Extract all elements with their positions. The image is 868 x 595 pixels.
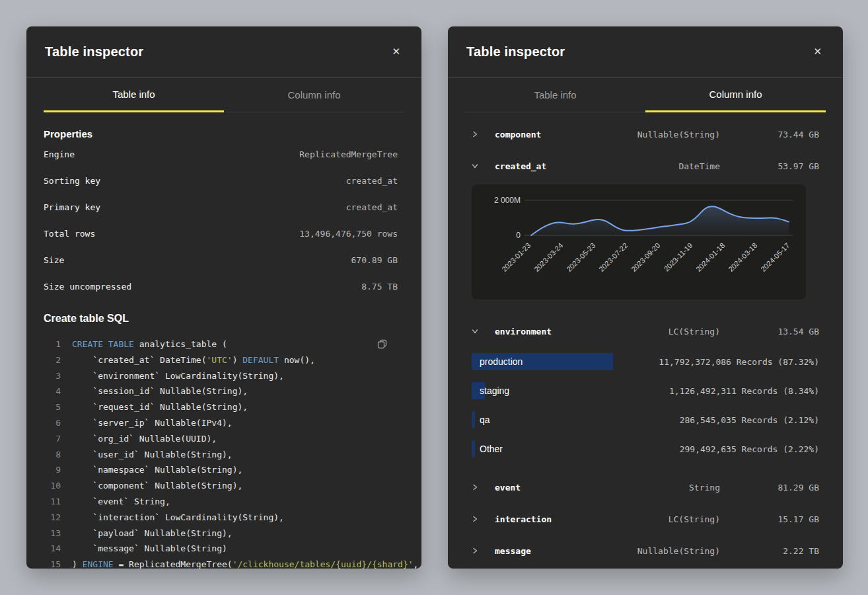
tab-bar: Table info Column info xyxy=(44,78,404,112)
code-text: `user_id` Nullable(String), xyxy=(72,447,233,463)
sql-code-line: 6 `server_ip` Nullable(IPv4), xyxy=(44,415,398,431)
tab-table-info[interactable]: Table info xyxy=(44,78,224,112)
line-number: 11 xyxy=(44,494,61,510)
sql-token-pl: analytics_table ( xyxy=(134,339,227,349)
column-name: component xyxy=(495,130,595,139)
code-text: `org_id` Nullable(UUID), xyxy=(72,431,217,447)
line-number: 13 xyxy=(44,526,61,541)
value-record-count: 11,792,372,086 Records (87.32%) xyxy=(659,357,819,367)
property-row: Size 670.89 GB xyxy=(44,247,398,273)
property-label: Total rows xyxy=(44,229,95,239)
property-row: Sorting key created_at xyxy=(44,167,398,194)
table-inspector-dialog-table-info: Table inspector ✕ Table info Column info… xyxy=(26,26,421,569)
sql-token-pl: `namespace` Nullable(String), xyxy=(72,465,242,475)
column-row-environment[interactable]: environment LC(String) 13.54 GB xyxy=(465,315,819,347)
sql-code-line: 10 `component` Nullable(String), xyxy=(44,478,398,494)
property-label: Size uncompressed xyxy=(44,282,131,292)
line-number: 3 xyxy=(44,368,61,384)
code-text: `interaction` LowCardinality(String), xyxy=(72,510,284,526)
chevron-down-icon xyxy=(472,327,478,335)
sql-token-pl: ) xyxy=(72,559,83,569)
column-type: Nullable(String) xyxy=(595,130,720,139)
code-text: `payload` Nullable(String), xyxy=(72,526,233,541)
column-row-event[interactable]: event String 81.29 GB xyxy=(465,471,819,503)
property-label: Sorting key xyxy=(44,176,100,186)
sql-token-kw: CREATE TABLE xyxy=(72,339,134,349)
code-text: `component` Nullable(String), xyxy=(72,478,242,494)
column-row-component[interactable]: component Nullable(String) 73.44 GB xyxy=(465,118,819,150)
column-name: interaction xyxy=(495,514,595,524)
value-bar-zone: Other xyxy=(472,440,680,457)
x-axis-tick-label: 2023-01-23 xyxy=(500,241,532,273)
column-name: environment xyxy=(495,327,595,337)
x-axis-tick-label: 2024-01-18 xyxy=(694,241,726,273)
copy-icon[interactable] xyxy=(376,338,388,352)
y-axis-tick-label: 2 000M xyxy=(494,196,521,205)
sql-code-line: 5 `request_id` Nullable(String), xyxy=(44,399,398,415)
code-text: `message` Nullable(String) xyxy=(72,541,227,557)
column-row-interaction[interactable]: interaction LC(String) 15.17 GB xyxy=(465,503,819,535)
desktop-background: { "colors": { "backdrop": "#b4b7bd", "pa… xyxy=(0,0,868,595)
sql-code-line: 4 `session_id` Nullable(String), xyxy=(44,383,398,399)
property-value: 13,496,476,750 rows xyxy=(299,229,398,239)
column-size: 13.54 GB xyxy=(720,327,819,337)
value-bar-zone: qa xyxy=(472,411,680,428)
property-value: created_at xyxy=(346,202,398,212)
x-axis-tick-label: 2023-07-22 xyxy=(597,241,629,273)
x-axis-tick-label: 2023-03-24 xyxy=(532,241,564,273)
column-name: message xyxy=(495,546,595,556)
sql-token-pl: , xyxy=(414,559,419,569)
x-axis-tick-label: 2024-03-18 xyxy=(727,241,758,273)
property-value: created_at xyxy=(346,176,398,186)
sql-code-line: 15) ENGINE = ReplicatedMergeTree('/click… xyxy=(44,557,398,569)
sql-token-pl: `session_id` Nullable(String), xyxy=(72,386,248,396)
chevron-right-icon xyxy=(472,547,478,555)
sql-token-pl: `created_at` DateTime( xyxy=(72,355,207,365)
property-value: ReplicatedMergeTree xyxy=(299,149,398,159)
sql-token-pl: `component` Nullable(String), xyxy=(72,481,242,491)
area-chart: 2 000M02023-01-232023-03-242023-05-23202… xyxy=(472,184,806,299)
dialog-title: Table inspector xyxy=(466,44,565,60)
properties-list: Engine ReplicatedMergeTree Sorting key c… xyxy=(44,141,398,299)
column-size: 2.22 TB xyxy=(720,546,819,556)
property-value: 8.75 TB xyxy=(361,282,398,292)
tab-column-info[interactable]: Column info xyxy=(224,78,404,112)
sql-code-line: 8 `user_id` Nullable(String), xyxy=(44,447,398,463)
code-text: `session_id` Nullable(String), xyxy=(72,383,248,399)
value-bar-zone: staging xyxy=(472,382,669,399)
sql-token-pl: `interaction` LowCardinality(String), xyxy=(72,512,284,522)
tab-table-info[interactable]: Table info xyxy=(465,78,645,112)
value-label: staging xyxy=(480,385,509,396)
line-number: 5 xyxy=(44,399,61,415)
environment-value-row: qa 286,545,035 Records (2.12%) xyxy=(465,405,819,434)
tab-column-info[interactable]: Column info xyxy=(645,78,826,112)
column-row-message[interactable]: message Nullable(String) 2.22 TB xyxy=(465,535,819,567)
column-type: Nullable(String) xyxy=(595,546,720,556)
code-text: `created_at` DateTime('UTC') DEFAULT now… xyxy=(72,352,315,368)
properties-heading: Properties xyxy=(44,128,398,139)
column-row-created_at[interactable]: created_at DateTime 53.97 GB xyxy=(465,150,819,182)
sql-token-pl: `payload` Nullable(String), xyxy=(72,528,233,538)
property-row: Primary key created_at xyxy=(44,194,398,220)
x-axis-tick-label: 2024-05-17 xyxy=(759,241,791,273)
line-number: 7 xyxy=(44,431,61,447)
column-info-content: component Nullable(String) 73.44 GB crea… xyxy=(448,112,843,567)
line-number: 15 xyxy=(44,557,61,569)
close-icon[interactable]: ✕ xyxy=(811,44,824,60)
line-number: 2 xyxy=(44,352,61,368)
property-row: Engine ReplicatedMergeTree xyxy=(44,141,398,167)
value-record-count: 286,545,035 Records (2.12%) xyxy=(680,415,819,425)
value-label: production xyxy=(480,356,523,367)
code-text: `event` String, xyxy=(72,494,170,510)
table-inspector-dialog-column-info: Table inspector ✕ Table info Column info… xyxy=(448,26,843,569)
column-size: 53.97 GB xyxy=(720,161,819,171)
sql-code-line: 12 `interaction` LowCardinality(String), xyxy=(44,510,398,526)
sql-code-line: 14 `message` Nullable(String) xyxy=(44,541,398,557)
tab-bar: Table info Column info xyxy=(465,78,826,112)
sql-code-line: 13 `payload` Nullable(String), xyxy=(44,526,398,541)
code-text: ) ENGINE = ReplicatedMergeTree('/clickho… xyxy=(72,557,418,569)
value-label: qa xyxy=(480,415,490,425)
code-text: `request_id` Nullable(String), xyxy=(72,399,248,415)
code-text: `server_ip` Nullable(IPv4), xyxy=(72,415,233,431)
close-icon[interactable]: ✕ xyxy=(389,44,403,60)
